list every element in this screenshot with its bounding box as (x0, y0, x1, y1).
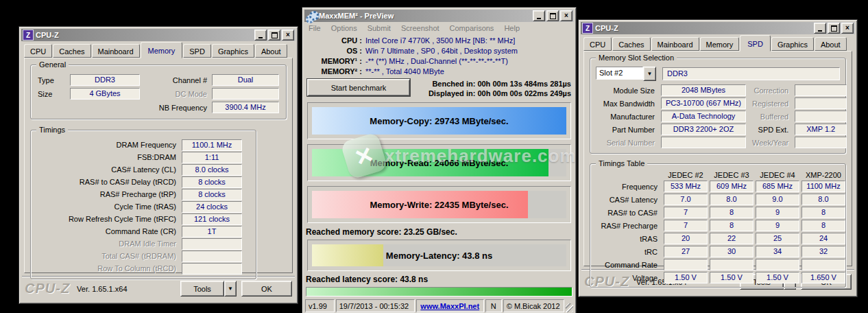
timing-label: CAS# Latency (CL) (38, 165, 182, 174)
chevron-down-icon: ▼ (647, 71, 653, 77)
tools-dropdown-button[interactable]: ▼ (224, 281, 237, 297)
buffered-value (795, 111, 847, 122)
maxxmem-window: MaxxMEM² - PreView × File Options Submit… (302, 7, 577, 313)
slot-select-arrow-button[interactable]: ▼ (643, 67, 656, 81)
close-button[interactable]: × (841, 23, 854, 34)
timing-label: Row Refresh Cycle Time (tRFC) (38, 215, 182, 223)
serial-number-value (661, 137, 746, 148)
tab-memory[interactable]: Memory (141, 42, 183, 58)
version-text: Ver. 1.65.1.x64 (77, 285, 127, 293)
tab-spd[interactable]: SPD (740, 35, 771, 51)
maxxpi-link[interactable]: www.MaxxPI.net (420, 302, 479, 310)
serial-number-label: Serial Number (596, 139, 655, 147)
start-benchmark-button[interactable]: Start benchmark (307, 79, 410, 96)
timing-label: RAS# Precharge (tRP) (38, 190, 182, 198)
timing-value: 1T (182, 226, 242, 237)
tab-graphics[interactable]: Graphics (771, 37, 814, 51)
tab-bar: CPU Caches Mainboard Memory SPD Graphics… (21, 43, 296, 58)
displayed-in-text: Displayed in: 00h 00m 00s 022ms 249µs (429, 89, 571, 98)
registered-value (795, 97, 847, 109)
minimize-button[interactable] (533, 10, 545, 21)
maximize-icon (550, 13, 556, 19)
memory-read-panel: Memory-Read: 24066 MByte/sec. (307, 144, 571, 181)
timing-row: RAS# to CAS# Delay (tRCD)8 clocks (38, 176, 242, 188)
table-cell: 685 MHz (756, 181, 799, 192)
tab-caches[interactable]: Caches (612, 37, 650, 51)
tab-cpu[interactable]: CPU (583, 37, 612, 51)
memory-latency-panel: Memory-Latency: 43.8 ns (307, 240, 571, 271)
table-cell: 8 (801, 220, 845, 231)
titlebar[interactable]: Z CPU-Z × (21, 29, 296, 41)
timings-groupbox: Timings DRAM Frequency1100.1 MHz FSB:DRA… (30, 130, 256, 279)
menu-screenshot[interactable]: Screenshot (401, 24, 439, 32)
tab-spd[interactable]: SPD (183, 44, 211, 58)
timings-legend: Timings (36, 125, 68, 135)
memory2-label: MEMORY² : (307, 67, 362, 76)
registered-label: Registered (752, 100, 788, 108)
spd-ext-value: XMP 1.2 (795, 124, 847, 135)
tab-mainboard[interactable]: Mainboard (651, 37, 699, 51)
timing-row: Total CAS# (tRDRAM) (38, 250, 242, 262)
cpuz-logo: CPU-Z (25, 281, 70, 297)
titlebar[interactable]: Z CPU-Z × (581, 22, 855, 34)
column-header: XMP-2200 (801, 171, 845, 179)
tools-button[interactable]: Tools (180, 281, 224, 297)
ok-button[interactable]: OK (241, 281, 292, 297)
menu-help[interactable]: Help (504, 24, 520, 32)
status-datetime: 19/7/2013 - 00:15:32 (336, 299, 415, 312)
titlebar[interactable]: MaxxMEM² - PreView × (304, 10, 574, 22)
column-header: JEDEC #2 (664, 171, 708, 179)
maximize-icon (831, 25, 837, 32)
table-cell: 32 (801, 246, 845, 257)
menu-bar: File Options Submit Screenshot Compariso… (304, 22, 574, 34)
table-cell: 20 (664, 233, 708, 244)
size-label: Size (38, 90, 65, 98)
slot-select-value: Slot #2 (596, 67, 643, 80)
window-title: CPU-Z (36, 31, 252, 39)
maximize-button[interactable] (828, 23, 840, 34)
maximize-icon (272, 32, 278, 38)
cpu-value: Intel Core i7 4770K , 3500 MHz [NB: ** M… (365, 36, 571, 45)
tab-about[interactable]: About (255, 44, 287, 58)
menu-submit[interactable]: Submit (367, 24, 391, 32)
timing-value (182, 238, 242, 250)
table-cell: 9 (756, 220, 799, 231)
minimize-icon (537, 18, 541, 19)
minimize-button[interactable] (814, 23, 826, 34)
close-button[interactable]: × (282, 30, 294, 40)
table-cell: 8.0 (801, 194, 845, 205)
manufacturer-value: A-Data Technology (661, 111, 746, 122)
timing-row: CAS# Latency (CL)8.0 clocks (38, 163, 242, 176)
maximize-button[interactable] (546, 10, 559, 21)
general-legend: General (36, 60, 69, 70)
row-label: Frequency (596, 183, 662, 191)
correction-label: Correction (752, 86, 788, 95)
row-label: RAS# Precharge (596, 222, 662, 230)
tab-caches[interactable]: Caches (53, 44, 91, 58)
row-label: RAS# to CAS# (596, 209, 662, 217)
close-button[interactable]: × (560, 10, 572, 21)
tab-memory[interactable]: Memory (700, 37, 740, 51)
resize-grip[interactable] (566, 303, 573, 312)
menu-options[interactable]: Options (331, 24, 357, 32)
tab-graphics[interactable]: Graphics (212, 44, 254, 58)
menu-comparisons[interactable]: Comparisons (450, 24, 494, 32)
tab-mainboard[interactable]: Mainboard (92, 44, 140, 58)
memory-score-text: Reached memory score: 23.25 GB/sec. (306, 227, 572, 237)
memory-copy-result: Memory-Copy: 29743 MByte/sec. (312, 107, 566, 135)
minimize-button[interactable] (254, 30, 267, 40)
window-title: CPU-Z (595, 24, 812, 32)
memory-copy-panel: Memory-Copy: 29743 MByte/sec. (307, 102, 571, 139)
timing-label: Command Rate (CR) (38, 227, 182, 235)
timing-label: Cycle Time (tRAS) (38, 202, 182, 211)
tab-cpu[interactable]: CPU (24, 44, 52, 58)
tab-about[interactable]: About (815, 37, 847, 51)
app-version: v1.99 (305, 299, 335, 312)
table-cell: 1.650 V (801, 272, 845, 283)
timing-row: DRAM Frequency1100.1 MHz (38, 139, 242, 151)
table-cell: 8 (710, 220, 754, 231)
table-cell: 1.50 V (756, 272, 799, 283)
slot-select[interactable]: Slot #2 ▼ (596, 67, 656, 81)
menu-file[interactable]: File (309, 24, 321, 32)
maximize-button[interactable] (268, 30, 280, 40)
